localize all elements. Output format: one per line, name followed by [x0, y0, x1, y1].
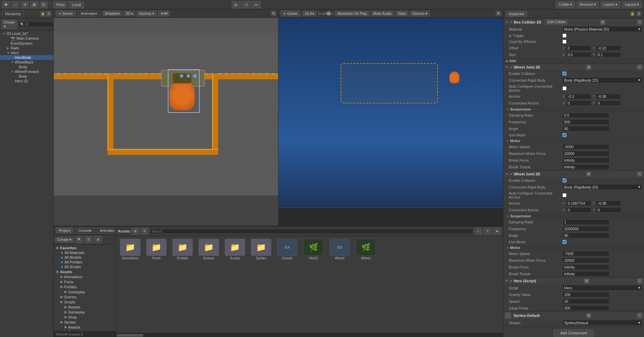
play-button[interactable]: ▶	[232, 1, 241, 8]
aspect-dropdown[interactable]: 16:9 ▾	[302, 11, 316, 16]
checkbox-use-motor[interactable]	[562, 240, 566, 244]
project-fav-all-scripts[interactable]: ★ All Scripts	[54, 264, 115, 269]
scrollbar-thumb[interactable]	[116, 334, 143, 337]
input-motor-speed[interactable]	[562, 251, 609, 256]
project-item-awards[interactable]: ▶Awards	[54, 304, 115, 309]
project-item-prefabs[interactable]: ▶Prefabs	[54, 284, 115, 289]
checkbox-enable-collision[interactable]	[562, 72, 566, 76]
input-damping-ratio[interactable]	[562, 113, 609, 118]
input-speed[interactable]	[562, 299, 609, 304]
component-check[interactable]: ✔	[510, 66, 512, 69]
account-dropdown[interactable]: Account ▾	[577, 1, 599, 8]
project-item-shop[interactable]: ▶Shop	[54, 314, 115, 320]
hierarchy-item-hero1[interactable]: Hero (1)	[0, 79, 53, 83]
input-break-torque[interactable]	[562, 271, 609, 277]
component-info[interactable]: ?	[637, 20, 642, 25]
shader-dropdown[interactable]: Sprites/Default ▾	[562, 320, 642, 326]
field-x[interactable]	[566, 52, 591, 57]
project-fav-all-materials[interactable]: ★ All Materials	[54, 250, 115, 255]
collab-dropdown[interactable]: Collab ▾	[556, 1, 575, 8]
tool-hand[interactable]: ✥	[2, 1, 10, 8]
scene-tab[interactable]: ● Scene	[56, 10, 76, 16]
hierarchy-menu[interactable]: ☰	[46, 11, 51, 16]
input-frequency[interactable]	[562, 119, 609, 125]
component-check[interactable]: ✔	[510, 279, 512, 283]
field-y[interactable]	[596, 45, 621, 51]
stats-btn[interactable]: Stats	[395, 11, 408, 16]
shaded-dropdown[interactable]: Shaded ▾	[102, 11, 122, 16]
project-item-fonts[interactable]: ▶Fonts	[54, 279, 115, 284]
field-y[interactable]	[596, 94, 621, 99]
hierarchy-item-wheelback[interactable]: ▼ WheelBack	[0, 60, 53, 65]
component-info[interactable]: ?	[637, 65, 642, 70]
field-y[interactable]	[596, 52, 621, 57]
field-x[interactable]	[566, 100, 591, 106]
hierarchy-item-level[interactable]: ▼ 03 Level_01*	[0, 31, 53, 36]
hierarchy-item-body2[interactable]: Body	[0, 74, 53, 79]
project-item-gameplay[interactable]: ▶Gameplay	[54, 289, 115, 294]
asset-wheel[interactable]: 🌿Wheel	[354, 239, 378, 260]
tab-hierarchy[interactable]: Hierarchy	[2, 11, 24, 17]
checkbox-used-by-effector[interactable]	[562, 40, 566, 44]
dropdown-connected-rigid-body[interactable]: Body (Rigidbody 2D) ▾	[562, 77, 642, 83]
input-break-force[interactable]	[562, 158, 609, 163]
hierarchy-item-event-system[interactable]: EventSystem	[0, 41, 53, 46]
component-check[interactable]: ✔	[510, 172, 512, 176]
project-item-animations[interactable]: ▶Animations	[54, 274, 115, 279]
component-header-hero-(script)[interactable]: ▼ ✔ Hero (Script) ⚙ ?	[503, 278, 644, 284]
project-item-assets[interactable]: ▶Assets	[54, 269, 115, 274]
asset-wheel[interactable]: C#Wheel	[328, 239, 351, 260]
hierarchy-item-hero[interactable]: ▼ Hero	[0, 50, 53, 55]
checkbox-is-trigger[interactable]	[562, 34, 566, 38]
layout-dropdown[interactable]: Layout ▾	[622, 1, 642, 8]
project-fav-all-prefabs[interactable]: ★ All Prefabs	[54, 260, 115, 264]
checkbox-enable-collision[interactable]	[562, 178, 566, 182]
pivot-button[interactable]: Pivot	[53, 1, 67, 8]
assets-icon4[interactable]: T	[484, 227, 492, 235]
tool-rect[interactable]: ⊡	[40, 1, 48, 8]
component-settings[interactable]: ⚙	[584, 279, 589, 283]
game-viewport[interactable]	[279, 18, 503, 226]
asset-sprites[interactable]: 📁Sprites	[249, 239, 273, 260]
asset-scenes[interactable]: 📁Scenes	[197, 239, 220, 260]
dropdown-script[interactable]: Hero ▾	[562, 285, 642, 291]
assets-search[interactable]	[150, 229, 473, 234]
assets-icon2[interactable]: ☰	[141, 227, 149, 235]
tab-animator[interactable]: Animator	[97, 227, 118, 234]
input-break-torque[interactable]	[562, 164, 609, 170]
asset-gravity[interactable]: C#Gravity	[276, 239, 299, 260]
project-item-awards[interactable]: ▶Awards	[54, 325, 115, 330]
checkbox-use-motor[interactable]	[562, 133, 566, 137]
mute-btn[interactable]: Mute Audio	[371, 11, 394, 16]
inspector-menu[interactable]: ☰	[637, 11, 641, 16]
component-header-wheel-joint-2d[interactable]: ▼ ✔ Wheel Joint 2D ⚙ ?	[503, 171, 644, 177]
project-icon2[interactable]: ☰	[85, 236, 93, 243]
input-motor-speed[interactable]	[562, 144, 609, 150]
hierarchy-item-herobody[interactable]: HeroBody	[0, 55, 53, 60]
game-close[interactable]: ✕	[496, 11, 501, 16]
hierarchy-item-rails[interactable]: ▶ Rails	[0, 46, 53, 50]
edit-collider-btn[interactable]: Edit Collider	[545, 19, 568, 25]
input-damping-ratio[interactable]	[562, 219, 609, 225]
game-gizmos[interactable]: Gizmos ▾	[410, 11, 430, 16]
component-info[interactable]: ?	[637, 279, 642, 283]
project-create[interactable]: Create ▾	[55, 237, 74, 243]
sprites-info[interactable]: ?	[637, 313, 642, 318]
sprites-header[interactable]: Sprites-Default ⚙ ?	[503, 312, 644, 319]
inspector-tab[interactable]: Inspector	[506, 11, 527, 17]
local-button[interactable]: Local	[69, 1, 84, 8]
input-angle[interactable]	[562, 233, 609, 238]
project-icon3[interactable]: ⊞	[94, 236, 102, 243]
scene-close[interactable]: ✕	[271, 11, 276, 16]
create-button[interactable]: Create ▾	[1, 19, 17, 29]
field-y[interactable]	[596, 201, 621, 206]
field-x[interactable]	[566, 201, 591, 206]
field-y[interactable]	[596, 100, 621, 106]
add-component-button[interactable]: Add Component	[553, 329, 594, 337]
project-fav-all-models[interactable]: ★ All Models	[54, 255, 115, 260]
sprites-settings[interactable]: ⚙	[586, 313, 591, 318]
component-header-box-collider-2d[interactable]: ▼ ✔ Box Collider 2D Edit Collider ⚙ ?	[503, 18, 644, 26]
tool-scale[interactable]: ⊞	[30, 1, 38, 8]
project-item-scripts[interactable]: ▶Scripts	[54, 299, 115, 304]
input-maximum-motor-force[interactable]	[562, 258, 609, 263]
